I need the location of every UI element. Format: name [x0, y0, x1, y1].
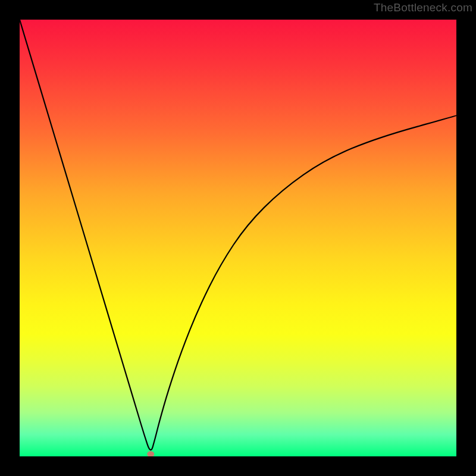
chart-container: TheBottleneck.com [0, 0, 476, 476]
watermark-text: TheBottleneck.com [374, 1, 472, 14]
plot-gradient-background [20, 20, 456, 456]
